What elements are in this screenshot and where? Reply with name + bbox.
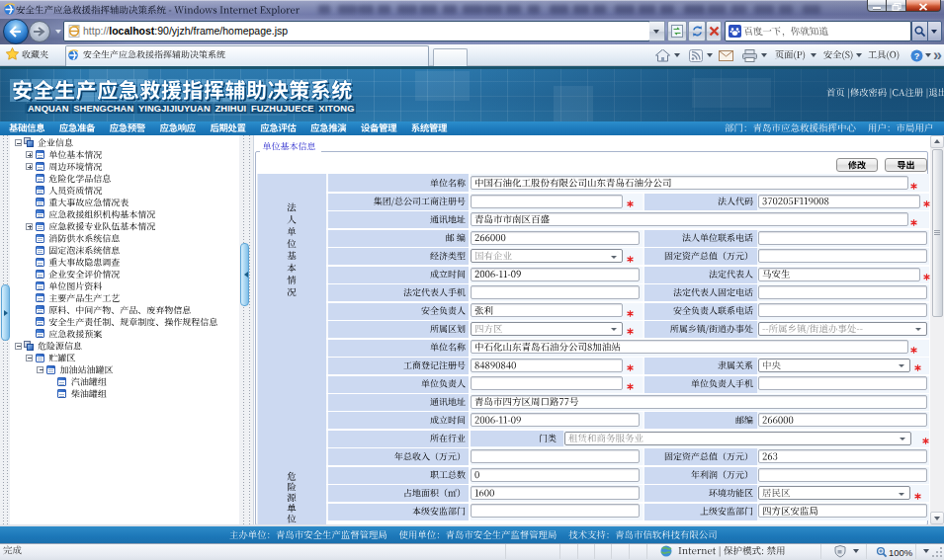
svg-text:?: ? (914, 51, 920, 61)
